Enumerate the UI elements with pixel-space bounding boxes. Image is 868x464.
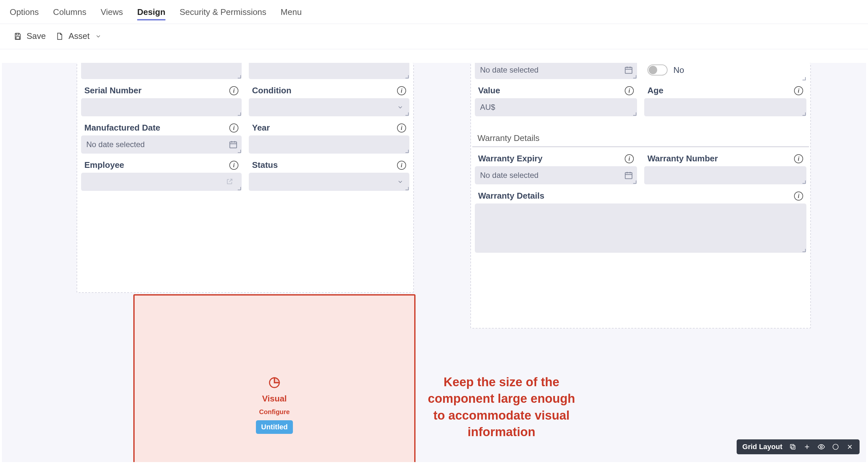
info-icon[interactable] (397, 124, 406, 133)
info-icon[interactable] (625, 86, 634, 95)
open-icon[interactable] (226, 178, 234, 186)
annotation-text: Keep the size of the component large eno… (424, 374, 579, 440)
info-icon[interactable] (794, 154, 803, 163)
tab-views[interactable]: Views (100, 7, 123, 19)
info-icon[interactable] (229, 124, 239, 133)
employee-field: Employee (80, 156, 243, 193)
serial-number-field: Serial Number (80, 81, 243, 119)
toolbar: Save Asset (0, 24, 868, 49)
warranty-details-field: Warranty Details (473, 187, 808, 255)
design-canvas[interactable]: Serial Number Condition Manufactured (2, 63, 866, 462)
status-select[interactable] (249, 173, 409, 191)
blank-field (247, 63, 411, 81)
value-input[interactable]: AU$ (475, 98, 637, 116)
tab-design[interactable]: Design (137, 7, 165, 21)
employee-lookup[interactable] (81, 173, 242, 191)
save-label: Save (27, 31, 46, 41)
svg-rect-17 (792, 445, 795, 449)
field-label-text: Age (647, 86, 663, 96)
right-form-region[interactable]: No date selected No (470, 63, 811, 329)
chevron-down-icon (93, 31, 103, 41)
visual-badge[interactable]: Untitled (256, 420, 293, 434)
warranty-details-textarea[interactable] (475, 203, 806, 253)
toggle-label: No (673, 65, 684, 75)
date-placeholder: No date selected (480, 171, 538, 180)
visual-component[interactable]: Visual Configure Untitled (133, 294, 415, 462)
visual-title: Visual (262, 394, 287, 404)
svg-rect-9 (625, 67, 632, 73)
calendar-icon[interactable] (229, 140, 238, 149)
field-label-text: Employee (84, 160, 124, 170)
circle-icon[interactable] (832, 443, 839, 451)
serial-number-input[interactable] (81, 98, 242, 116)
tab-security-permissions[interactable]: Security & Permissions (180, 7, 266, 19)
document-icon (55, 31, 65, 41)
year-input[interactable] (249, 135, 409, 154)
copy-icon[interactable] (789, 443, 797, 451)
grid-layout-label: Grid Layout (742, 442, 782, 451)
chevron-down-icon (397, 104, 404, 110)
toggle-switch[interactable] (647, 64, 668, 75)
field-label-text: Manufactured Date (84, 123, 160, 133)
plus-icon[interactable] (803, 443, 811, 451)
grid-layout-panel[interactable]: Grid Layout (737, 439, 860, 454)
calendar-icon[interactable] (624, 65, 633, 74)
age-field: Age (643, 81, 808, 119)
top-date-input[interactable]: No date selected (475, 63, 637, 79)
condition-select[interactable] (249, 98, 409, 116)
warranty-number-input[interactable] (644, 166, 806, 185)
manufactured-date-field: Manufactured Date No date selected (80, 119, 243, 156)
svg-point-22 (833, 444, 838, 450)
svg-rect-18 (790, 444, 794, 448)
manufactured-date-input[interactable]: No date selected (81, 135, 242, 154)
date-placeholder: No date selected (480, 65, 538, 74)
warranty-expiry-input[interactable]: No date selected (475, 166, 637, 185)
svg-rect-2 (230, 142, 237, 148)
currency-prefix: AU$ (480, 103, 495, 112)
blank-input[interactable] (249, 63, 409, 79)
value-field: Value AU$ (473, 81, 638, 119)
section-title: Warranty Details (472, 119, 809, 147)
year-field: Year (247, 119, 411, 156)
calendar-icon[interactable] (624, 171, 633, 180)
condition-field: Condition (247, 81, 411, 119)
field-label-text: Year (252, 123, 270, 133)
document-dropdown[interactable]: Asset (55, 31, 103, 41)
info-icon[interactable] (794, 86, 803, 95)
field-label-text: Condition (252, 86, 291, 96)
svg-rect-13 (625, 173, 632, 179)
top-toggle-field: No (643, 63, 808, 81)
svg-rect-0 (16, 33, 19, 35)
info-icon[interactable] (229, 86, 239, 95)
tab-options[interactable]: Options (10, 7, 39, 19)
field-label-text: Serial Number (84, 86, 142, 96)
info-icon[interactable] (794, 192, 803, 201)
status-field: Status (247, 156, 411, 193)
svg-point-21 (820, 446, 822, 448)
age-input[interactable] (644, 98, 806, 116)
date-placeholder: No date selected (86, 140, 145, 149)
info-icon[interactable] (229, 161, 239, 170)
header-tabs: OptionsColumnsViewsDesignSecurity & Perm… (0, 0, 868, 24)
info-icon[interactable] (625, 154, 634, 163)
close-icon[interactable] (846, 443, 854, 451)
chevron-down-icon (397, 178, 404, 185)
field-label-text: Warranty Number (647, 154, 718, 164)
tab-menu[interactable]: Menu (281, 7, 302, 19)
eye-icon[interactable] (817, 443, 825, 451)
field-label-text: Warranty Details (478, 191, 544, 201)
warranty-number-field: Warranty Number (643, 150, 808, 187)
tab-columns[interactable]: Columns (53, 7, 87, 19)
visual-configure-link[interactable]: Configure (259, 408, 290, 416)
document-label: Asset (68, 31, 90, 41)
pie-chart-icon (268, 376, 281, 389)
info-icon[interactable] (397, 161, 406, 170)
save-button[interactable]: Save (13, 31, 46, 41)
left-form-region[interactable]: Serial Number Condition Manufactured (76, 63, 414, 293)
field-label-text: Warranty Expiry (478, 154, 542, 164)
warranty-expiry-field: Warranty Expiry No date selected (473, 150, 638, 187)
blank-input[interactable] (81, 63, 242, 79)
info-icon[interactable] (397, 86, 406, 95)
top-date-field: No date selected (473, 63, 638, 81)
svg-rect-1 (16, 37, 20, 39)
